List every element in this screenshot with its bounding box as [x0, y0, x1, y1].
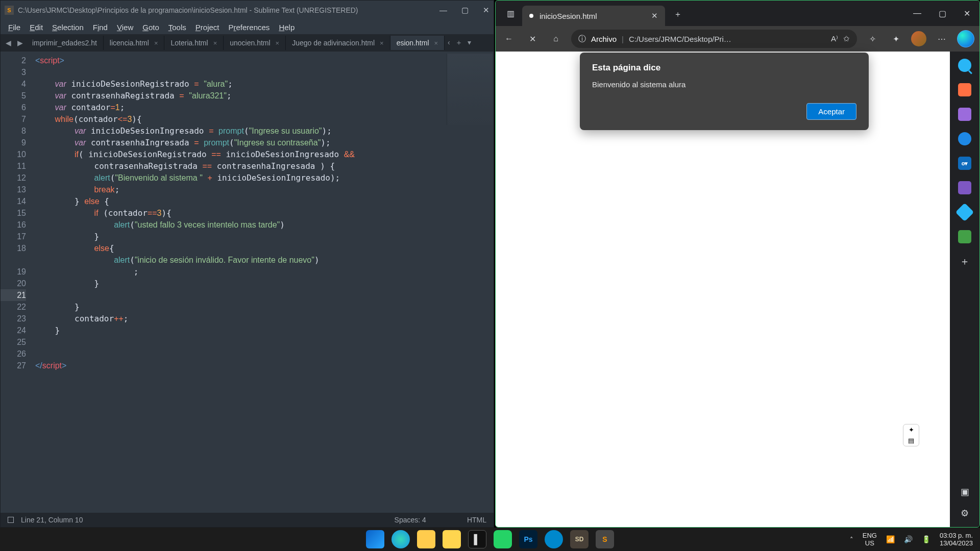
tray-language[interactable]: ENG US [863, 532, 877, 547]
js-alert-dialog: Esta página dice Bienvenido al sistema a… [580, 53, 869, 130]
tray-battery-icon[interactable]: 🔋 [922, 535, 930, 543]
windows-taskbar: ▌ Ps SD S ˄ ENG US 📶 🔊 🔋 03:03 p. m. 13/… [0, 528, 980, 551]
sidebar-people-icon[interactable] [958, 108, 971, 121]
new-tab-button[interactable]: ＋ [669, 6, 687, 23]
sidebar-games-icon[interactable] [958, 181, 971, 194]
minimize-button[interactable]: — [439, 6, 447, 15]
edge-sidebar: o▾ ＋ ▣ ⚙ [950, 52, 979, 527]
tab-close-icon[interactable]: × [380, 39, 384, 47]
tab-favicon-icon [529, 14, 533, 18]
editor-tab-active[interactable]: esion.html× [390, 36, 445, 50]
tab-close-icon[interactable]: ✕ [651, 11, 658, 20]
clock-time: 03:03 p. m. [940, 532, 973, 539]
sublime-tabstrip: ◀ ▶ imprimir_edades2.ht licencia.html× L… [1, 34, 494, 52]
taskbar-explorer-icon[interactable] [417, 530, 435, 548]
menu-tools[interactable]: Tools [164, 23, 191, 32]
read-aloud-icon[interactable]: A⁾ [831, 34, 838, 43]
tab-dropdown-icon[interactable]: ▾ [468, 38, 471, 47]
url-separator: | [622, 35, 624, 43]
editor-tab[interactable]: unocien.html× [224, 36, 286, 50]
browser-tab-active[interactable]: inicioSesion.html ✕ [522, 6, 665, 26]
taskbar-terminal-icon[interactable]: ▌ [468, 530, 486, 548]
menu-project[interactable]: Project [191, 23, 224, 32]
minimize-button[interactable]: — [913, 9, 921, 18]
editor-tab[interactable]: Loteria.html× [164, 36, 224, 50]
close-button[interactable]: ✕ [964, 9, 970, 18]
panel-toggle-icon[interactable] [8, 517, 14, 523]
tab-close-icon[interactable]: × [154, 39, 158, 47]
favorites-icon[interactable]: ✩ [843, 34, 850, 43]
status-spaces[interactable]: Spaces: 4 [395, 516, 426, 524]
taskbar-edge-icon[interactable] [391, 530, 410, 548]
dialog-accept-button[interactable]: Aceptar [806, 103, 856, 120]
menu-goto[interactable]: Goto [138, 23, 164, 32]
maximize-button[interactable]: ▢ [939, 9, 946, 18]
taskbar-telegram-icon[interactable] [545, 530, 563, 548]
collections-icon[interactable]: ✦ [888, 31, 904, 47]
tab-nav-back[interactable]: ◀ [3, 39, 14, 47]
home-button[interactable]: ⌂ [548, 31, 564, 47]
sublime-title-text: C:\Users\JRMC\Desktop\Principios de la p… [18, 6, 439, 14]
sidebar-globe-icon[interactable] [958, 132, 971, 145]
start-button[interactable] [366, 530, 384, 548]
tab-label: licencia.html [110, 39, 149, 47]
menu-preferences[interactable]: Preferences [224, 23, 274, 32]
more-menu-icon[interactable]: ⋯ [934, 31, 950, 47]
extensions-icon[interactable]: ✧ [864, 31, 880, 47]
new-tab-button[interactable]: ＋ [455, 38, 462, 47]
status-language[interactable]: HTML [467, 516, 486, 524]
minimap[interactable] [447, 54, 493, 125]
bing-chat-button[interactable] [957, 30, 974, 47]
tray-volume-icon[interactable]: 🔊 [904, 535, 913, 543]
taskbar-sublime-icon[interactable]: S [596, 530, 614, 548]
tab-label: Juego de adivinacion.html [292, 39, 375, 47]
maximize-button[interactable]: ▢ [461, 6, 469, 15]
address-bar[interactable]: ⓘ Archivo | C:/Users/JRMC/Desktop/Pri… A… [571, 30, 857, 48]
sublime-window: S C:\Users\JRMC\Desktop\Principios de la… [0, 0, 494, 528]
profile-avatar[interactable] [911, 31, 926, 46]
sidebar-outlook-icon[interactable]: o▾ [958, 157, 971, 170]
taskbar-photoshop-icon[interactable]: Ps [519, 530, 537, 548]
dialog-title: Esta página dice [592, 63, 856, 73]
tab-scroll-left-icon[interactable]: ‹ [448, 38, 450, 47]
tray-overflow-icon[interactable]: ˄ [850, 536, 853, 543]
sublime-menubar: File Edit Selection Find View Goto Tools… [1, 20, 494, 34]
tab-close-icon[interactable]: × [213, 39, 217, 47]
taskbar-notes-icon[interactable] [443, 530, 461, 548]
stop-button[interactable]: ✕ [524, 31, 541, 47]
taskbar-sd-icon[interactable]: SD [570, 530, 589, 548]
menu-find[interactable]: Find [88, 23, 112, 32]
tab-close-icon[interactable]: × [434, 39, 438, 47]
tab-label: imprimir_edades2.ht [32, 39, 97, 47]
site-info-icon[interactable]: ⓘ [578, 34, 586, 44]
taskbar-whatsapp-icon[interactable] [494, 530, 512, 548]
menu-help[interactable]: Help [274, 23, 299, 32]
sidebar-panel-icon[interactable]: ▣ [961, 486, 969, 497]
editor-tab[interactable]: licencia.html× [104, 36, 165, 50]
menu-selection[interactable]: Selection [47, 23, 88, 32]
sidebar-add-icon[interactable]: ＋ [958, 255, 971, 268]
menu-view[interactable]: View [112, 23, 138, 32]
sublime-logo-icon: S [5, 6, 14, 15]
edge-tabstrip: ▥ inicioSesion.html ✕ ＋ — ▢ ✕ [496, 1, 979, 26]
sidebar-tree-icon[interactable] [958, 230, 971, 243]
back-button[interactable]: ← [501, 31, 517, 47]
tab-close-icon[interactable]: × [276, 39, 280, 47]
tray-wifi-icon[interactable]: 📶 [886, 535, 895, 543]
tab-actions-button[interactable]: ▥ [502, 5, 519, 22]
taskbar-center: ▌ Ps SD S [366, 530, 614, 548]
tray-clock[interactable]: 03:03 p. m. 13/04/2023 [940, 532, 973, 547]
tab-nav-forward[interactable]: ▶ [14, 39, 26, 47]
sidebar-settings-icon[interactable]: ⚙ [961, 508, 969, 519]
code-content[interactable]: <script> var inicioDeSesionRegistrado = … [35, 52, 494, 513]
sidebar-tools-icon[interactable] [958, 83, 971, 96]
page-tools-badge[interactable]: ✦ ▤ [903, 424, 919, 446]
sidebar-search-icon[interactable] [958, 59, 971, 72]
editor-tab[interactable]: imprimir_edades2.ht [26, 36, 104, 50]
menu-file[interactable]: File [4, 23, 25, 32]
close-button[interactable]: ✕ [483, 6, 489, 15]
editor-tab[interactable]: Juego de adivinacion.html× [286, 36, 390, 50]
sidebar-send-icon[interactable] [955, 203, 974, 222]
lang-primary: ENG [863, 532, 877, 539]
menu-edit[interactable]: Edit [25, 23, 47, 32]
